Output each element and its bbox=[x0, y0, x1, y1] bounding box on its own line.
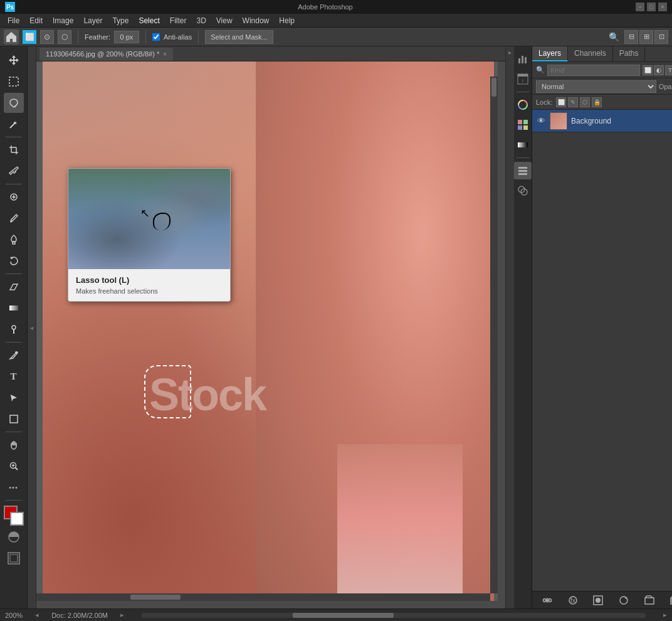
canvas-right-collapse[interactable]: ▸ bbox=[505, 46, 514, 608]
menu-filter[interactable]: Filter bbox=[165, 15, 192, 26]
crop-tool[interactable] bbox=[4, 140, 24, 160]
quick-mask-btn[interactable] bbox=[4, 527, 24, 547]
status-arrow-right[interactable]: ▸ bbox=[120, 611, 124, 619]
add-effect-btn[interactable]: fx bbox=[566, 593, 580, 607]
menu-view[interactable]: View bbox=[211, 15, 238, 26]
select-mask-button[interactable]: Select and Mask... bbox=[205, 30, 273, 44]
extra-tools bbox=[4, 527, 24, 568]
view-btn-3[interactable]: ⊡ bbox=[654, 30, 668, 44]
clone-tool[interactable] bbox=[4, 230, 24, 250]
layer-visibility-toggle[interactable]: 👁 bbox=[536, 116, 546, 126]
add-mask-btn[interactable] bbox=[591, 593, 605, 607]
eyedropper-tool[interactable] bbox=[4, 161, 24, 181]
tab-close-button[interactable]: × bbox=[163, 51, 167, 58]
svg-rect-11 bbox=[13, 242, 15, 244]
vertical-scroll-thumb[interactable] bbox=[491, 78, 496, 97]
shape-rect-btn[interactable]: ⬜ bbox=[23, 30, 36, 44]
shape-freehand-btn[interactable]: ⬡ bbox=[58, 30, 71, 44]
menu-bar: File Edit Image Layer Type Select Filter… bbox=[0, 14, 672, 28]
lock-artboards-btn[interactable]: ⬡ bbox=[580, 97, 590, 107]
hand-tool[interactable] bbox=[4, 435, 24, 455]
preview-lasso-icon bbox=[153, 213, 171, 230]
close-button[interactable]: × bbox=[658, 3, 667, 11]
menu-select[interactable]: Select bbox=[134, 15, 164, 26]
color-wheel-icon[interactable] bbox=[514, 96, 532, 114]
gradient-panel-icon[interactable] bbox=[514, 136, 532, 154]
horizontal-scroll-thumb[interactable] bbox=[130, 595, 181, 600]
right-collapse-arrow[interactable]: ▸ bbox=[508, 49, 512, 56]
tab-channels[interactable]: Channels bbox=[568, 46, 613, 61]
menu-file[interactable]: File bbox=[3, 15, 24, 26]
svg-line-18 bbox=[15, 468, 18, 470]
view-btn-1[interactable]: ⊟ bbox=[624, 30, 638, 44]
layers-search-input[interactable] bbox=[547, 65, 640, 76]
menu-window[interactable]: Window bbox=[238, 15, 275, 26]
lock-all-btn[interactable]: 🔒 bbox=[592, 97, 602, 107]
menu-layer[interactable]: Layer bbox=[78, 15, 107, 26]
lock-position-btn[interactable]: ✎ bbox=[568, 97, 578, 107]
filter-type-btn[interactable]: T bbox=[665, 65, 672, 75]
path-select-tool[interactable] bbox=[4, 388, 24, 408]
filter-adjustment-btn[interactable]: ◐ bbox=[654, 65, 664, 75]
antialias-checkbox[interactable] bbox=[152, 33, 160, 41]
link-layers-btn[interactable] bbox=[540, 593, 554, 607]
eraser-tool[interactable] bbox=[4, 277, 24, 297]
layers-icon[interactable] bbox=[514, 162, 532, 179]
swatches-icon[interactable] bbox=[514, 116, 532, 134]
magic-wand-tool[interactable] bbox=[4, 114, 24, 134]
search-filter-buttons: ⬜ ◐ T ◇ ◈ bbox=[643, 65, 672, 75]
menu-image[interactable]: Image bbox=[48, 15, 78, 26]
menu-edit[interactable]: Edit bbox=[24, 15, 48, 26]
tab-paths[interactable]: Paths bbox=[613, 46, 646, 61]
restore-button[interactable]: □ bbox=[647, 3, 656, 11]
dodge-tool[interactable] bbox=[4, 319, 24, 339]
vertical-scrollbar[interactable] bbox=[490, 77, 498, 593]
svg-point-15 bbox=[15, 351, 18, 354]
view-btn-2[interactable]: ⊞ bbox=[639, 30, 653, 44]
history-tool[interactable] bbox=[4, 251, 24, 271]
background-color[interactable] bbox=[10, 512, 24, 526]
minimize-button[interactable]: − bbox=[636, 3, 644, 11]
histogram-icon[interactable] bbox=[514, 50, 532, 68]
svg-rect-28 bbox=[518, 74, 528, 77]
brush-tool[interactable] bbox=[4, 208, 24, 228]
new-adjustment-btn[interactable] bbox=[617, 593, 631, 607]
lock-pixels-btn[interactable]: ⬜ bbox=[556, 97, 566, 107]
info-icon[interactable]: i bbox=[514, 70, 532, 88]
document-tab[interactable]: 1193064566.jpg @ 200% (RGB/8#) * × bbox=[39, 47, 174, 61]
filter-pixel-btn[interactable]: ⬜ bbox=[643, 65, 653, 75]
zoom-tool[interactable] bbox=[4, 456, 24, 476]
color-swatches[interactable] bbox=[4, 506, 24, 526]
feather-input[interactable] bbox=[114, 31, 139, 43]
pen-tool[interactable] bbox=[4, 345, 24, 365]
canvas-content[interactable]: Stock ↖ Lasso tool (L) Makes freehand se… bbox=[36, 61, 498, 601]
type-tool[interactable]: T bbox=[4, 366, 24, 386]
left-collapse-arrow[interactable]: ◂ bbox=[30, 324, 33, 331]
tool-preset-picker[interactable] bbox=[4, 29, 19, 45]
healing-tool[interactable] bbox=[4, 187, 24, 207]
channels-icon[interactable] bbox=[514, 182, 532, 199]
menu-type[interactable]: Type bbox=[107, 15, 134, 26]
screen-mode-btn[interactable] bbox=[4, 548, 24, 568]
menu-help[interactable]: Help bbox=[274, 15, 300, 26]
shape-circle-btn[interactable]: ⊙ bbox=[40, 30, 54, 44]
tab-layers[interactable]: Layers bbox=[532, 46, 568, 61]
menu-3d[interactable]: 3D bbox=[191, 15, 211, 26]
canvas-left-collapse[interactable]: ◂ bbox=[28, 46, 36, 608]
more-tools-button[interactable]: ••• bbox=[4, 477, 24, 497]
search-button[interactable]: 🔍 bbox=[607, 30, 621, 44]
layer-item-background[interactable]: 👁 Background 🔒 bbox=[532, 110, 672, 132]
gradient-tool[interactable] bbox=[4, 298, 24, 318]
blend-mode-select[interactable]: Normal Multiply Screen Overlay bbox=[536, 80, 656, 93]
horizontal-scrollbar[interactable] bbox=[36, 593, 490, 601]
shape-tool[interactable] bbox=[4, 409, 24, 429]
new-layer-btn[interactable] bbox=[668, 593, 672, 607]
status-arrow-forward[interactable]: ▸ bbox=[663, 611, 667, 619]
h-scroll-indicator[interactable] bbox=[142, 613, 646, 618]
lasso-tool[interactable] bbox=[4, 93, 24, 113]
layer-thumb-image bbox=[550, 113, 567, 129]
move-tool[interactable] bbox=[4, 50, 24, 70]
select-rect-tool[interactable] bbox=[4, 72, 24, 92]
status-arrow-left[interactable]: ◂ bbox=[35, 611, 39, 619]
new-group-btn[interactable] bbox=[643, 593, 656, 607]
